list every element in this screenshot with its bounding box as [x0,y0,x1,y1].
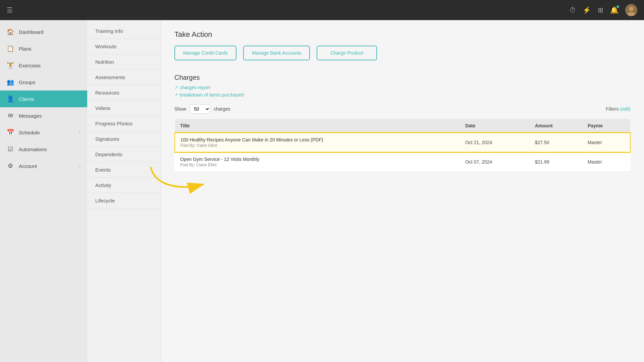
charges-count-label: charges [214,106,230,112]
table-row[interactable]: 100 Healthy Recipes Anyone Can Make in 2… [175,133,630,152]
top-header: ☰ ⏱ ⚡ ⊞ 🔔 [0,0,644,20]
col-amount: Amount [530,119,582,133]
manage-bank-accounts-button[interactable]: Manage Bank Accounts [243,46,310,60]
header-right: ⏱ ⚡ ⊞ 🔔 [569,4,637,16]
row2-title-cell: Open Gym Service - 12 Visits Monthly Pai… [175,152,460,172]
subnav-progress-photos[interactable]: Progress Photos [87,116,161,131]
subnav-signatures[interactable]: Signatures [87,131,161,147]
col-title: Title [175,119,460,133]
subnav-activity[interactable]: Activity [87,178,161,193]
subnav-events[interactable]: Events [87,162,161,178]
header-left: ☰ [7,6,13,14]
show-select[interactable]: 50 25 100 [190,104,210,114]
external-link-icon: ↗ [174,85,178,90]
sidebar-label-clients: Clients [19,96,34,102]
sidebar-item-dashboard[interactable]: 🏠 Dashboard [0,23,87,40]
charges-title: Charges [174,74,631,81]
sidebar-item-automations[interactable]: ☑ Automations [0,141,87,158]
sub-navigation: Training Info Workouts Nutrition Assessm… [87,20,161,362]
table-row[interactable]: Open Gym Service - 12 Visits Monthly Pai… [175,152,630,172]
external-link-icon-2: ↗ [174,93,178,97]
hamburger-icon[interactable]: ☰ [7,6,13,14]
charge-product-button[interactable]: Charge Product [317,46,377,60]
row1-amount: $27.50 [530,133,582,152]
sidebar-item-exercises[interactable]: 🏋 Exercises [0,57,87,74]
subnav-nutrition[interactable]: Nutrition [87,54,161,70]
filters-label: Filters (edit) [606,106,631,112]
row2-charge-title: Open Gym Service - 12 Visits Monthly [180,157,454,162]
messages-icon: ✉ [7,112,14,119]
row2-date: Oct 07, 2024 [460,152,530,172]
col-payment: Payme [582,119,630,133]
clock-icon[interactable]: ⏱ [569,6,576,14]
automations-icon: ☑ [7,145,14,153]
subnav-lifecycle[interactable]: Lifecycle [87,193,161,208]
subnav-dependents[interactable]: Dependents [87,147,161,162]
sidebar-label-groups: Groups [19,79,35,85]
sidebar-item-schedule[interactable]: 📅 Schedule › [0,124,87,141]
sidebar-item-plans[interactable]: 📋 Plans [0,40,87,57]
col-date: Date [460,119,530,133]
row2-charge-subtitle: Paid By: Claire Elliot [180,163,454,167]
row2-amount: $21.99 [530,152,582,172]
account-icon: ⚙ [7,162,14,170]
charges-links: ↗ charges report ↗ breakdown of items pu… [174,85,631,98]
show-label: Show [174,106,186,112]
subnav-assessments[interactable]: Assessments [87,70,161,85]
manage-credit-cards-button[interactable]: Manage Credit Cards [174,46,236,60]
sidebar-label-exercises: Exercises [19,63,41,68]
clients-icon: 👤 [7,95,14,103]
subnav-workouts[interactable]: Workouts [87,39,161,54]
main-layout: 🏠 Dashboard 📋 Plans 🏋 Exercises 👥 Groups… [0,20,644,362]
groups-icon: 👥 [7,78,14,86]
sidebar-label-plans: Plans [19,46,32,52]
bell-icon[interactable]: 🔔 [610,6,619,14]
row1-charge-subtitle: Paid By: Claire Elliot [180,143,454,148]
main-content: Take Action Manage Credit Cards Manage B… [161,20,644,362]
row1-payment: Master [582,133,630,152]
charges-report-link[interactable]: ↗ charges report [174,85,631,90]
breakdown-link[interactable]: ↗ breakdown of items purchased [174,92,631,98]
subnav-resources[interactable]: Resources [87,85,161,101]
subnav-videos[interactable]: Videos [87,101,161,116]
row2-payment: Master [582,152,630,172]
schedule-arrow: › [79,130,80,135]
grid-icon[interactable]: ⊞ [598,6,603,14]
sidebar-item-clients[interactable]: 👤 Clients [0,90,87,107]
sidebar-label-account: Account [19,163,37,169]
row1-charge-title: 100 Healthy Recipes Anyone Can Make in 2… [180,137,454,142]
subnav-training-info[interactable]: Training Info [87,23,161,39]
sidebar-item-messages[interactable]: ✉ Messages [0,107,87,124]
svg-point-1 [629,6,634,11]
row1-title-cell: 100 Healthy Recipes Anyone Can Make in 2… [175,133,460,152]
schedule-icon: 📅 [7,129,14,136]
action-buttons: Manage Credit Cards Manage Bank Accounts… [174,46,631,60]
charges-section: Charges ↗ charges report ↗ breakdown of … [174,74,631,172]
sidebar-label-dashboard: Dashboard [19,29,43,35]
sidebar-label-automations: Automations [19,146,47,152]
notification-dot [616,5,619,8]
exercises-icon: 🏋 [7,62,14,69]
sidebar-item-account[interactable]: ⚙ Account › [0,158,87,174]
account-arrow: › [79,164,80,168]
home-icon: 🏠 [7,28,14,36]
sidebar-label-messages: Messages [19,113,42,119]
charges-table: Title Date Amount Payme 100 Healthy Reci… [174,119,631,172]
show-controls: Show 50 25 100 charges Filters (edit) [174,104,631,114]
lightning-icon[interactable]: ⚡ [583,6,591,14]
filters-edit[interactable]: (edit) [620,106,631,112]
table-header-row: Title Date Amount Payme [175,119,630,133]
row1-date: Oct 21, 2024 [460,133,530,152]
take-action-title: Take Action [174,30,631,39]
sidebar: 🏠 Dashboard 📋 Plans 🏋 Exercises 👥 Groups… [0,20,87,362]
sidebar-item-groups[interactable]: 👥 Groups [0,74,87,90]
avatar[interactable] [625,4,637,16]
sidebar-label-schedule: Schedule [19,130,40,135]
plans-icon: 📋 [7,45,14,52]
